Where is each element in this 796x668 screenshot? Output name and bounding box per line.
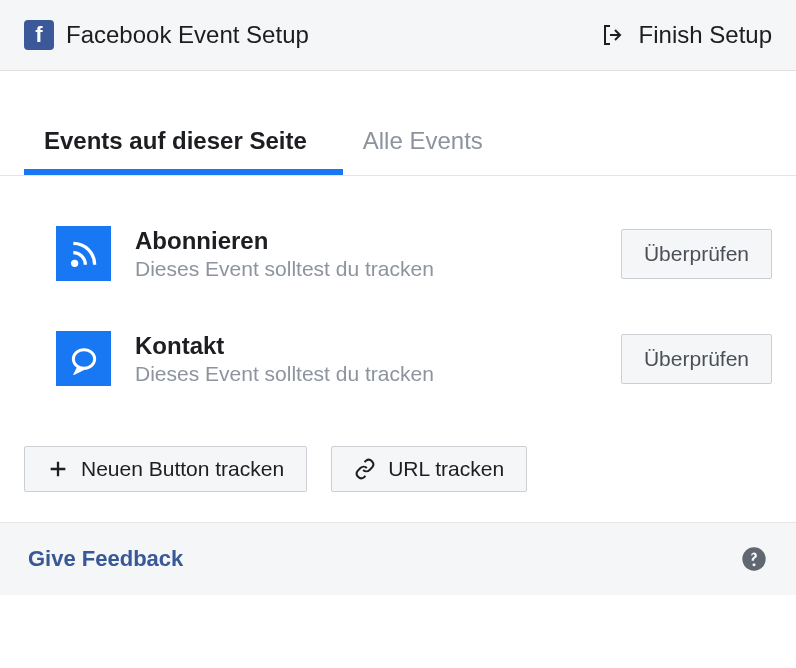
speech-bubble-icon [56, 331, 111, 386]
header-left: f Facebook Event Setup [24, 20, 309, 50]
event-desc: Dieses Event solltest du tracken [135, 257, 597, 281]
events-list: Abonnieren Dieses Event solltest du trac… [0, 176, 796, 416]
event-text: Kontakt Dieses Event solltest du tracken [135, 332, 597, 386]
finish-label: Finish Setup [639, 21, 772, 49]
header-bar: f Facebook Event Setup Finish Setup [0, 0, 796, 71]
tabs-container: Events auf dieser Seite Alle Events [0, 111, 796, 176]
event-text: Abonnieren Dieses Event solltest du trac… [135, 227, 597, 281]
event-row-subscribe: Abonnieren Dieses Event solltest du trac… [24, 206, 772, 311]
track-button-label: Neuen Button tracken [81, 457, 284, 481]
exit-icon [601, 23, 625, 47]
svg-point-0 [72, 261, 76, 265]
event-title: Kontakt [135, 332, 597, 360]
plus-icon [47, 458, 69, 480]
app-title: Facebook Event Setup [66, 21, 309, 49]
facebook-icon: f [24, 20, 54, 50]
give-feedback-link[interactable]: Give Feedback [28, 546, 183, 572]
track-url-button[interactable]: URL tracken [331, 446, 527, 492]
event-title: Abonnieren [135, 227, 597, 255]
event-desc: Dieses Event solltest du tracken [135, 362, 597, 386]
tab-all-events[interactable]: Alle Events [343, 111, 519, 175]
tab-events-on-page[interactable]: Events auf dieser Seite [24, 111, 343, 175]
rss-icon [56, 226, 111, 281]
action-buttons: Neuen Button tracken URL tracken [0, 416, 796, 522]
finish-setup-button[interactable]: Finish Setup [601, 21, 772, 49]
track-new-button[interactable]: Neuen Button tracken [24, 446, 307, 492]
track-url-label: URL tracken [388, 457, 504, 481]
verify-button[interactable]: Überprüfen [621, 334, 772, 384]
verify-button[interactable]: Überprüfen [621, 229, 772, 279]
footer-bar: Give Feedback [0, 522, 796, 595]
event-row-contact: Kontakt Dieses Event solltest du tracken… [24, 311, 772, 416]
svg-point-2 [752, 563, 755, 566]
link-icon [354, 458, 376, 480]
help-icon[interactable] [740, 545, 768, 573]
